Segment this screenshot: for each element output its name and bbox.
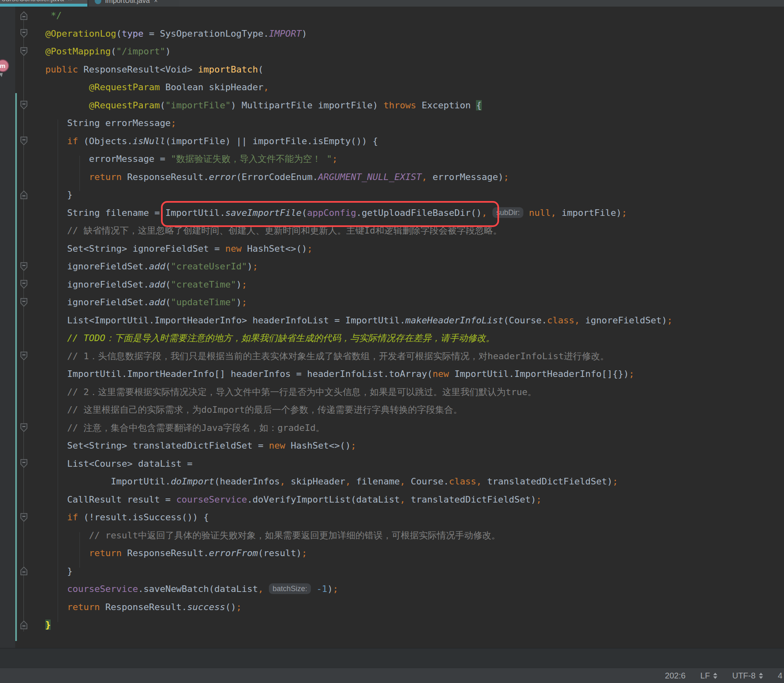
code-token: null: [529, 208, 551, 218]
fold-end-icon[interactable]: [20, 566, 28, 575]
fold-collapse-icon[interactable]: [20, 262, 28, 271]
code-token: courseService: [176, 494, 247, 505]
code-line[interactable]: List<Course> dataList =: [23, 455, 672, 473]
code-token: ;: [629, 369, 634, 379]
code-line[interactable]: Set<String> translatedDictFieldSet = new…: [23, 437, 672, 455]
code-line[interactable]: return ResponseResult.errorFrom(result);: [23, 544, 672, 562]
code-token: (: [116, 28, 121, 39]
fold-collapse-icon[interactable]: [20, 513, 28, 522]
code-token: ,: [264, 82, 269, 92]
code-line[interactable]: String filename = ImportUtil.saveImportF…: [23, 204, 672, 222]
code-line[interactable]: return ResponseResult.error(ErrorCodeEnu…: [23, 168, 672, 186]
code-line[interactable]: }: [23, 186, 672, 204]
code-line[interactable]: // 这里根据自己的实际需求，为doImport的最后一个参数，传递需要进行字典…: [23, 401, 672, 419]
code-token: -1: [316, 584, 327, 594]
code-token: Set<String> translatedDictFieldSet =: [23, 440, 269, 451]
code-token: type: [121, 28, 143, 39]
tab-close-icon[interactable]: ×: [68, 0, 72, 3]
code-line[interactable]: @RequestParam Boolean skipHeader,: [23, 78, 672, 96]
code-token: (headerInfos: [215, 476, 280, 487]
code-token: // 这里根据自己的实际需求，为doImport的最后一个参数，传递需要进行字典…: [23, 405, 462, 415]
code-token: ;: [252, 261, 258, 271]
fold-collapse-icon[interactable]: [20, 47, 28, 56]
code-line[interactable]: @PostMapping("/import"): [23, 42, 672, 61]
fold-end-icon[interactable]: [20, 620, 28, 629]
code-line[interactable]: }: [23, 562, 672, 580]
code-token: error: [209, 172, 236, 182]
code-line[interactable]: errorMessage = "数据验证失败，导入文件不能为空！ ";: [23, 150, 672, 168]
code-line[interactable]: // 2．这里需要根据实际情况决定，导入文件中第一行是否为中文头信息，如果是可以…: [23, 383, 672, 401]
code-token: ImportUtil.ImportHeaderInfo[]{}): [454, 369, 629, 379]
caret-position[interactable]: 202:6: [665, 671, 686, 681]
fold-end-icon[interactable]: [20, 11, 28, 20]
fold-collapse-icon[interactable]: [20, 136, 28, 145]
code-line[interactable]: public ResponseResult<Void> importBatch(: [23, 61, 672, 79]
code-token: [23, 333, 67, 343]
inlay-hint: subDir:: [492, 207, 523, 218]
fold-end-icon[interactable]: [20, 190, 28, 199]
code-line[interactable]: CallResult result = courseService.doVeri…: [23, 491, 672, 509]
tab-close-icon[interactable]: ×: [154, 0, 158, 5]
code-line[interactable]: // 1．头信息数据字段，我们只是根据当前的主表实体对象生成了缺省数组，开发者可…: [23, 347, 672, 365]
code-line[interactable]: if (Objects.isNull(importFile) || import…: [23, 132, 672, 150]
fold-collapse-icon[interactable]: [20, 459, 28, 468]
code-token: errorMessage =: [23, 154, 171, 164]
code-line[interactable]: ImportUtil.ImportHeaderInfo[] headerInfo…: [23, 365, 672, 383]
code-token: appConfig: [307, 208, 356, 218]
code-line[interactable]: ignoreFieldSet.add("createTime");: [23, 276, 672, 294]
code-token: =: [143, 28, 160, 39]
code-line[interactable]: List<ImportUtil.ImportHeaderInfo> header…: [23, 311, 672, 330]
code-line[interactable]: Set<String> ignoreFieldSet = new HashSet…: [23, 240, 672, 258]
code-line[interactable]: courseService.saveNewBatch(dataList, bat…: [23, 580, 672, 598]
code-token: // 2．这里需要根据实际情况决定，导入文件中第一行是否为中文头信息，如果是可以…: [23, 387, 537, 397]
code-line[interactable]: }: [23, 616, 672, 634]
code-token: }: [23, 566, 72, 576]
code-token: "createUserId": [171, 261, 247, 271]
code-line[interactable]: ignoreFieldSet.add("updateTime");: [23, 293, 672, 311]
code-token: ) MultipartFile importFile): [231, 100, 383, 110]
code-line[interactable]: // result中返回了具体的验证失败对象，如果需要返回更加详细的错误，可根据…: [23, 526, 672, 545]
fold-collapse-icon[interactable]: [20, 29, 28, 38]
code-line[interactable]: // 缺省情况下，这里忽略了创建时间、创建人、更新时间和更新人。主键Id和逻辑删…: [23, 222, 672, 240]
indent-size-widget[interactable]: 4: [778, 671, 782, 681]
code-token: ;: [504, 172, 509, 182]
code-token: saveImportFile: [225, 208, 301, 218]
updown-chevron-icon: [759, 673, 763, 679]
fold-collapse-icon[interactable]: [20, 351, 28, 360]
code-token: Boolean skipHeader: [165, 82, 263, 92]
fold-collapse-icon[interactable]: [20, 298, 28, 307]
code-token: List<ImportUtil.ImportHeaderInfo> header…: [23, 315, 405, 325]
code-line[interactable]: return ResponseResult.success();: [23, 598, 672, 616]
code-token: [487, 208, 492, 218]
code-token: SysOperationLogType.: [160, 28, 269, 39]
code-token: (: [165, 261, 170, 271]
code-token: add: [149, 297, 166, 307]
tab-import-util[interactable]: ImportUtil.java ×: [89, 0, 179, 7]
code-editor[interactable]: m */ @OperationLog(type = SysOperationLo…: [0, 7, 784, 648]
code-token: (result): [258, 548, 302, 558]
fold-collapse-icon[interactable]: [20, 101, 28, 110]
fold-collapse-icon[interactable]: [20, 423, 28, 432]
code-line[interactable]: @OperationLog(type = SysOperationLogType…: [23, 25, 672, 43]
status-bar: 202:6 LF UTF-8 4: [0, 668, 784, 683]
code-token: // 缺省情况下，这里忽略了创建时间、创建人、更新时间和更新人。主键Id和逻辑删…: [23, 225, 502, 236]
fold-collapse-icon[interactable]: [20, 280, 28, 289]
code-token: ignoreFieldSet): [580, 315, 667, 325]
code-token: @RequestParam: [89, 82, 165, 92]
code-line[interactable]: */: [23, 7, 672, 25]
code-line[interactable]: // TODO：下面是导入时需要注意的地方，如果我们缺省生成的代码，与实际情况存…: [23, 329, 672, 347]
code-line[interactable]: if (!result.isSuccess()) {: [23, 508, 672, 526]
code-token: [523, 208, 529, 218]
code-line[interactable]: @RequestParam("importFile") MultipartFil…: [23, 96, 672, 115]
code-token: List<Course> dataList =: [23, 458, 193, 469]
code-token: (!result.isSuccess()) {: [84, 512, 209, 522]
editor-tab-bar: ourseController.java × ImportUtil.java ×: [0, 0, 784, 7]
code-line[interactable]: String errorMessage;: [23, 114, 672, 132]
code-token: (: [258, 64, 264, 75]
line-separator-widget[interactable]: LF: [700, 671, 717, 681]
code-line[interactable]: ImportUtil.doImport(headerInfos, skipHea…: [23, 472, 672, 491]
encoding-widget[interactable]: UTF-8: [732, 671, 763, 681]
code-line[interactable]: ignoreFieldSet.add("createUserId");: [23, 257, 672, 276]
code-token: doImport: [171, 476, 215, 487]
code-line[interactable]: // 注意，集合中包含需要翻译的Java字段名，如：gradeId。: [23, 419, 672, 437]
